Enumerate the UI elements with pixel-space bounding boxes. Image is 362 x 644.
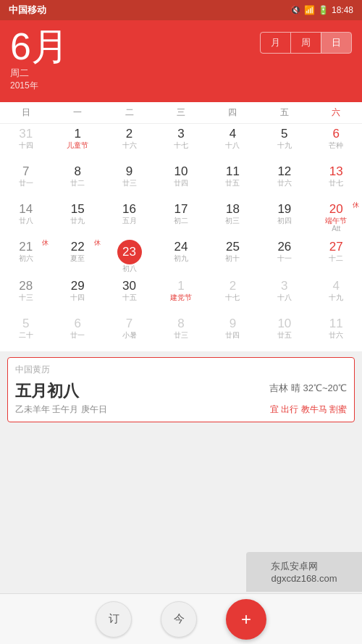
- header-tue: 二: [104, 102, 155, 123]
- day-cell[interactable]: 休 21 初六: [0, 237, 51, 276]
- day-cell[interactable]: 27 十二: [311, 237, 362, 276]
- day-number: 21: [19, 240, 33, 254]
- day-number: 31: [19, 127, 33, 141]
- day-cell[interactable]: 6 芒种: [311, 124, 362, 162]
- lunar-text: 廿二: [70, 180, 85, 187]
- day-cell[interactable]: 5 二十: [0, 314, 51, 351]
- lunar-text: 十八: [277, 294, 292, 301]
- day-cell[interactable]: 28 十三: [0, 276, 51, 314]
- day-cell[interactable]: 13 廿七: [311, 162, 362, 199]
- day-cell[interactable]: 31 十四: [0, 124, 51, 162]
- day-cell[interactable]: 29 十四: [51, 276, 103, 314]
- day-cell[interactable]: 10 廿五: [258, 314, 310, 351]
- lunar-text: 十六: [122, 142, 137, 149]
- subscribe-label: 订: [109, 612, 119, 626]
- lunar-text: 儿童节: [67, 142, 88, 149]
- day-cell[interactable]: 1 儿童节: [51, 124, 103, 162]
- day-cell[interactable]: 11 廿五: [207, 162, 258, 199]
- day-cell[interactable]: 18 初三: [207, 199, 258, 237]
- day-number: 9: [126, 164, 132, 179]
- day-cell[interactable]: 9 廿三: [104, 162, 155, 199]
- lunar-text: 十八: [225, 142, 240, 149]
- day-cell[interactable]: 3 十七: [155, 124, 206, 162]
- day-cell[interactable]: 30 十五: [104, 276, 155, 314]
- day-cell[interactable]: 7 小暑: [104, 314, 155, 351]
- add-event-button[interactable]: +: [226, 599, 266, 640]
- day-number: 5: [281, 127, 287, 141]
- day-cell[interactable]: 8 廿二: [51, 162, 103, 199]
- lunar-text: 廿六: [329, 332, 343, 339]
- day-number: 12: [277, 164, 291, 179]
- day-number: 11: [329, 317, 343, 331]
- day-cell[interactable]: 16 五月: [104, 199, 155, 237]
- day-view-btn[interactable]: 日: [321, 33, 351, 53]
- today-cell[interactable]: 23 初八: [104, 237, 155, 276]
- lunar-text: 廿一: [70, 332, 85, 339]
- month-view-btn[interactable]: 月: [261, 33, 290, 53]
- day-cell[interactable]: 2 十七: [207, 276, 258, 314]
- day-cell[interactable]: 24 初九: [155, 237, 206, 276]
- header-wed: 三: [155, 102, 206, 123]
- day-cell[interactable]: 5 十九: [258, 124, 310, 162]
- day-cell[interactable]: 休 20 端午节 Att: [311, 199, 362, 237]
- subscribe-button[interactable]: 订: [96, 601, 132, 637]
- status-icons: 🔇 📶 🔋 18:48: [290, 5, 353, 15]
- day-cell[interactable]: 17 初二: [155, 199, 206, 237]
- week-year-label: 周二 2015年: [10, 67, 69, 92]
- today-label: 今: [174, 612, 185, 626]
- signal-icon: 📶: [304, 5, 315, 15]
- lunar-text: 廿七: [329, 180, 343, 187]
- month-label: 6月: [10, 28, 69, 65]
- att-badge: Att: [332, 225, 340, 233]
- lunar-text: 廿五: [277, 332, 292, 339]
- day-cell[interactable]: 7 廿一: [0, 162, 51, 199]
- day-number: 7: [126, 317, 132, 331]
- lunar-text: 廿三: [122, 180, 137, 187]
- day-cell[interactable]: 10 廿四: [155, 162, 206, 199]
- day-number: 30: [122, 279, 136, 293]
- day-cell[interactable]: 休 22 夏至: [51, 237, 103, 276]
- day-number: 13: [329, 164, 343, 179]
- info-main: 五月初八 吉林 晴 32℃~20℃: [15, 380, 347, 402]
- day-number: 6: [333, 127, 340, 141]
- day-cell[interactable]: 2 十六: [104, 124, 155, 162]
- day-cell[interactable]: 4 十八: [207, 124, 258, 162]
- week-1: 31 十四 1 儿童节 2 十六 3 十七 4 十八 5 十九 6 芒种: [0, 124, 362, 162]
- week-3: 14 廿八 15 廿九 16 五月 17 初二 18 初三 19 初四 休 20…: [0, 199, 362, 237]
- week-view-btn[interactable]: 周: [290, 33, 321, 53]
- lunar-text: 十二: [329, 255, 343, 262]
- day-cell[interactable]: 11 廿六: [311, 314, 362, 351]
- day-cell[interactable]: 3 十八: [258, 276, 310, 314]
- day-number: 2: [126, 127, 132, 141]
- holiday-tag: 休: [353, 201, 359, 210]
- week-5: 28 十三 29 十四 30 十五 1 建党节 2 十七 3 十八 4 十九: [0, 276, 362, 314]
- lunar-text: 廿一: [19, 180, 33, 187]
- lunar-text: 初四: [277, 217, 292, 225]
- day-number: 2: [230, 279, 236, 293]
- day-cell[interactable]: 19 初四: [258, 199, 310, 237]
- mute-icon: 🔇: [290, 5, 301, 15]
- day-cell[interactable]: 1 建党节: [155, 276, 206, 314]
- day-number: 10: [277, 317, 291, 331]
- lunar-text: 端午节: [325, 217, 347, 225]
- day-cell[interactable]: 14 廿八: [0, 199, 51, 237]
- day-cell[interactable]: 6 廿一: [51, 314, 103, 351]
- day-cell[interactable]: 8 廿三: [155, 314, 206, 351]
- day-cell[interactable]: 25 初十: [207, 237, 258, 276]
- day-cell[interactable]: 26 十一: [258, 237, 310, 276]
- day-number: 10: [174, 164, 188, 179]
- day-number: 1: [74, 127, 80, 141]
- day-cell[interactable]: 4 十九: [311, 276, 362, 314]
- header-mon: 一: [51, 102, 103, 123]
- day-cell[interactable]: 9 廿四: [207, 314, 258, 351]
- calendar-body: 日 一 二 三 四 五 六 31 十四 1 儿童节 2 十六 3 十七 4 十八…: [0, 102, 362, 351]
- lunar-text: 十七: [174, 142, 188, 149]
- day-number: 18: [226, 202, 240, 217]
- lunar-text: 廿三: [174, 332, 188, 339]
- today-button[interactable]: 今: [161, 601, 197, 637]
- day-cell[interactable]: 12 廿六: [258, 162, 310, 199]
- lunar-text: 十七: [225, 294, 240, 301]
- day-cell[interactable]: 15 廿九: [51, 199, 103, 237]
- today-number: 23: [117, 240, 142, 264]
- lunar-text: 建党节: [170, 294, 192, 301]
